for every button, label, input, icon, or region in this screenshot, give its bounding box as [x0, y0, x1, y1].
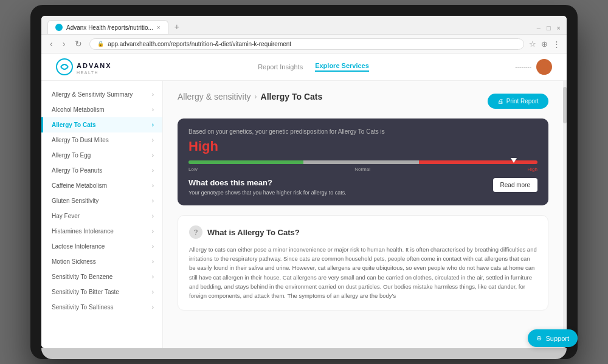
browser-toolbar: ‹ › ↻ 🔒 app.advanxhealth.com/reports/nut… [41, 35, 567, 53]
laptop-base [41, 348, 567, 359]
chevron-icon: › [152, 289, 154, 295]
svg-point-2 [538, 69, 550, 75]
logo-icon [56, 58, 73, 75]
nav-report-insights[interactable]: Report Insights [258, 63, 303, 70]
info-section: ? What is Allergy To Cats? Allergy to ca… [178, 215, 548, 311]
header-nav: Report Insights Explore Services [258, 62, 369, 72]
risk-bar [188, 160, 537, 164]
chevron-icon: › [152, 243, 154, 250]
risk-level: High [188, 139, 537, 154]
sidebar-item-allergy-to-cats[interactable]: Allergy To Cats › [41, 117, 162, 132]
logo-area: ADVANX HEALTH [56, 58, 112, 75]
genotype-text: Your genotype shows that you have higher… [188, 190, 347, 196]
sidebar-item-sensitivity-saltiness[interactable]: Sensitivity To Saltiness › [41, 300, 162, 315]
user-avatar [536, 59, 552, 75]
forward-button[interactable]: › [60, 38, 68, 50]
sidebar-item-allergy-egg[interactable]: Allergy To Egg › [41, 148, 162, 163]
sidebar-item-allergy-peanuts[interactable]: Allergy To Peanuts › [41, 163, 162, 178]
what-does-mean-title: What does this mean? [188, 178, 347, 187]
browser-bar: Advanx Health /reports/nutritio... × + –… [41, 16, 567, 35]
browser-actions: ☆ ⊕ ⋮ [529, 39, 561, 49]
chevron-icon: › [152, 91, 154, 98]
app-body: Allergy & Sensitivity Summary › Alcohol … [41, 81, 567, 348]
browser-tab[interactable]: Advanx Health /reports/nutritio... × [47, 20, 168, 34]
chevron-icon: › [152, 106, 154, 113]
risk-card: Based on your genetics, your genetic pre… [178, 118, 548, 205]
sidebar-item-lactose-intolerance[interactable]: Lactose Intolerance › [41, 239, 162, 254]
breadcrumb-separator: › [255, 92, 257, 101]
label-low: Low [188, 167, 198, 172]
header-user: -------- [515, 59, 552, 75]
extension-icon[interactable]: ⊕ [541, 39, 548, 49]
svg-point-1 [541, 61, 548, 69]
sidebar: Allergy & Sensitivity Summary › Alcohol … [41, 81, 163, 348]
info-title: What is Allergy To Cats? [207, 228, 300, 237]
support-icon: ⊕ [536, 334, 542, 342]
window-minimize[interactable]: – [537, 24, 541, 32]
label-high: High [528, 167, 537, 172]
scrollbar-thumb[interactable] [563, 87, 567, 123]
window-close[interactable]: × [557, 24, 561, 32]
sidebar-item-motion-sickness[interactable]: Motion Sickness › [41, 254, 162, 269]
main-content: Allergy & sensitivity › Allergy To Cats … [163, 81, 563, 348]
page-header: Allergy & sensitivity › Allergy To Cats … [178, 92, 548, 110]
sidebar-item-alcohol-metabolism[interactable]: Alcohol Metabolism › [41, 102, 162, 117]
back-button[interactable]: ‹ [47, 38, 55, 50]
breadcrumb-parent: Allergy & sensitivity [178, 92, 251, 101]
tab-close-icon[interactable]: × [157, 24, 161, 31]
risk-labels: Low Normal High [188, 167, 537, 172]
sidebar-item-gluten-sensitivity[interactable]: Gluten Sensitivity › [41, 193, 162, 208]
tab-title: Advanx Health /reports/nutritio... [66, 24, 153, 31]
chevron-icon: › [152, 273, 154, 280]
chevron-icon: › [152, 228, 154, 235]
chevron-icon: › [152, 258, 154, 265]
risk-description: What does this mean? Your genotype shows… [188, 178, 347, 196]
chevron-icon: › [152, 182, 154, 189]
svg-point-0 [57, 59, 72, 75]
user-name: -------- [515, 64, 531, 70]
chevron-icon: › [152, 152, 154, 159]
risk-bar-container: Low Normal High [188, 160, 537, 172]
info-title-row: ? What is Allergy To Cats? [189, 225, 537, 239]
read-more-button[interactable]: Read more [493, 178, 537, 192]
sidebar-item-histamines-intolerance[interactable]: Histamines Intolerance › [41, 224, 162, 239]
chevron-icon: › [152, 213, 154, 219]
logo-sub: HEALTH [77, 70, 112, 75]
chevron-icon: › [152, 167, 154, 174]
lock-icon: 🔒 [97, 41, 104, 47]
breadcrumb-current: Allergy To Cats [261, 92, 323, 101]
sidebar-item-hay-fever[interactable]: Hay Fever › [41, 208, 162, 224]
label-normal: Normal [354, 167, 370, 172]
scrollbar[interactable] [563, 81, 567, 348]
reload-button[interactable]: ↻ [72, 38, 85, 50]
sidebar-item-allergy-sensitivity-summary[interactable]: Allergy & Sensitivity Summary › [41, 87, 162, 102]
menu-icon[interactable]: ⋮ [553, 39, 561, 49]
bookmark-icon[interactable]: ☆ [529, 39, 536, 49]
risk-subtitle: Based on your genetics, your genetic pre… [188, 128, 537, 135]
sidebar-item-sensitivity-bitter-taste[interactable]: Sensitivity To Bitter Taste › [41, 284, 162, 300]
address-text: app.advanxhealth.com/reports/nutrition-&… [108, 41, 291, 47]
logo-name: ADVANX [77, 62, 112, 69]
tab-favicon-icon [55, 24, 63, 31]
app-header: ADVANX HEALTH Report Insights Explore Se… [41, 53, 567, 81]
new-tab-button[interactable]: + [171, 19, 183, 34]
support-button[interactable]: ⊕ Support [528, 329, 578, 347]
sidebar-item-sensitivity-benzene[interactable]: Sensitivity To Benzene › [41, 269, 162, 284]
print-icon: 🖨 [497, 98, 503, 105]
chevron-icon: › [152, 137, 154, 143]
question-icon: ? [189, 225, 202, 239]
chevron-icon: › [152, 304, 154, 311]
address-bar[interactable]: 🔒 app.advanxhealth.com/reports/nutrition… [89, 38, 524, 50]
risk-indicator [511, 158, 517, 163]
nav-explore-services[interactable]: Explore Services [315, 62, 369, 72]
info-text: Allergy to cats can either pose a minor … [189, 245, 537, 300]
breadcrumb: Allergy & sensitivity › Allergy To Cats [178, 92, 322, 101]
chevron-active-icon: › [152, 122, 154, 128]
print-report-button[interactable]: 🖨 Print Report [488, 94, 548, 109]
sidebar-item-allergy-dust-mites[interactable]: Allergy To Dust Mites › [41, 132, 162, 148]
sidebar-item-caffeine-metabolism[interactable]: Caffeine Metabolism › [41, 178, 162, 193]
chevron-icon: › [152, 197, 154, 204]
window-maximize[interactable]: □ [547, 24, 551, 32]
risk-footer: What does this mean? Your genotype shows… [188, 178, 537, 196]
